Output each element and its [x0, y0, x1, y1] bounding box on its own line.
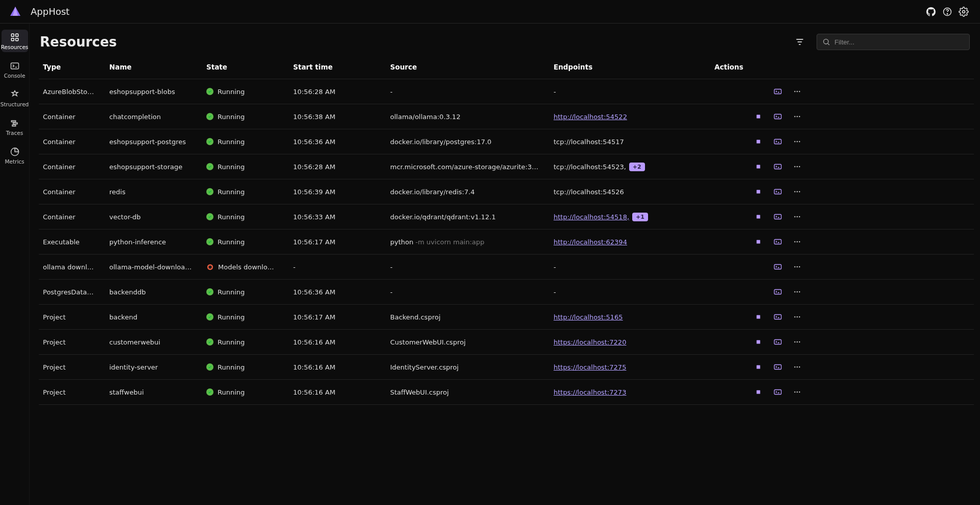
table-row[interactable]: AzureBlobSto…eshopsupport-blobsRunning10…: [39, 79, 974, 104]
endpoint-link[interactable]: http://localhost:54518,: [554, 213, 629, 221]
endpoint-link[interactable]: https://localhost:7275: [554, 363, 626, 371]
cell-state: Running: [202, 283, 289, 301]
cell-start: 10:56:16 AM: [289, 358, 386, 376]
col-state[interactable]: State: [202, 56, 289, 78]
more-button[interactable]: [790, 335, 804, 349]
stop-button[interactable]: [751, 235, 766, 249]
console-button[interactable]: [771, 185, 785, 199]
table-row[interactable]: Containereshopsupport-postgresRunning10:…: [39, 129, 974, 154]
filter-icon[interactable]: [792, 34, 807, 50]
svg-point-2: [963, 10, 965, 13]
svg-rect-3: [11, 34, 14, 36]
cell-source: Backend.csproj: [386, 308, 549, 326]
console-button[interactable]: [771, 109, 785, 124]
more-button[interactable]: [790, 285, 804, 299]
cell-endpoints: -: [549, 283, 710, 301]
col-name[interactable]: Name: [105, 56, 202, 78]
status-ok-icon: [206, 388, 213, 396]
col-start[interactable]: Start time: [289, 56, 386, 78]
stop-button[interactable]: [751, 310, 766, 324]
more-button[interactable]: [790, 84, 804, 99]
table-row[interactable]: Containervector-dbRunning10:56:33 AMdock…: [39, 204, 974, 229]
svg-rect-5: [11, 38, 14, 41]
table-row[interactable]: ContainerredisRunning10:56:39 AMdocker.i…: [39, 179, 974, 204]
endpoint-badge[interactable]: +1: [632, 213, 648, 221]
svg-rect-53: [774, 265, 781, 269]
more-button[interactable]: [790, 385, 804, 399]
cell-actions: [710, 305, 807, 329]
console-button[interactable]: [771, 285, 785, 299]
cell-name: backenddb: [105, 283, 202, 301]
more-button[interactable]: [790, 210, 804, 224]
console-button[interactable]: [771, 210, 785, 224]
stop-button[interactable]: [751, 335, 766, 349]
more-button[interactable]: [790, 260, 804, 274]
svg-point-24: [797, 116, 798, 117]
more-button[interactable]: [790, 185, 804, 199]
table-row[interactable]: ContainerchatcompletionRunning10:56:38 A…: [39, 104, 974, 129]
cell-type: Project: [39, 333, 105, 351]
table-row[interactable]: PostgresData…backenddbRunning10:56:36 AM…: [39, 280, 974, 305]
search-input[interactable]: [834, 38, 964, 46]
stop-button[interactable]: [751, 159, 766, 174]
svg-rect-31: [757, 165, 760, 169]
nav-metrics[interactable]: Metrics: [2, 144, 28, 167]
more-button[interactable]: [790, 310, 804, 324]
console-button[interactable]: [771, 335, 785, 349]
stop-button[interactable]: [751, 185, 766, 199]
console-button[interactable]: [771, 235, 785, 249]
endpoint-link[interactable]: http://localhost:5165: [554, 313, 623, 321]
endpoint-badge[interactable]: +2: [629, 163, 645, 171]
github-icon[interactable]: [923, 4, 939, 20]
console-button[interactable]: [771, 84, 785, 99]
endpoint-link[interactable]: http://localhost:54522: [554, 113, 627, 121]
status-ok-icon: [206, 163, 213, 170]
search-box[interactable]: [817, 34, 970, 50]
svg-point-19: [797, 91, 798, 92]
console-button[interactable]: [771, 310, 785, 324]
console-button[interactable]: [771, 134, 785, 149]
cell-actions: [710, 229, 807, 254]
nav-console[interactable]: Console: [2, 58, 28, 81]
table-row[interactable]: Containereshopsupport-storageRunning10:5…: [39, 154, 974, 179]
stop-button[interactable]: [751, 360, 766, 374]
endpoint-link[interactable]: https://localhost:7273: [554, 388, 626, 396]
settings-icon[interactable]: [955, 4, 972, 20]
status-ok-icon: [206, 288, 213, 295]
table-row[interactable]: ProjectbackendRunning10:56:17 AMBackend.…: [39, 305, 974, 330]
console-button[interactable]: [771, 159, 785, 174]
stop-button[interactable]: [751, 385, 766, 399]
more-button[interactable]: [790, 109, 804, 124]
cell-endpoints: http://localhost:62394: [549, 233, 710, 251]
svg-rect-6: [15, 38, 18, 41]
console-button[interactable]: [771, 260, 785, 274]
table-row[interactable]: ProjectcustomerwebuiRunning10:56:16 AMCu…: [39, 330, 974, 355]
more-button[interactable]: [790, 134, 804, 149]
stop-button[interactable]: [751, 109, 766, 124]
svg-point-69: [797, 341, 798, 342]
cell-actions: [710, 179, 807, 204]
status-ok-icon: [206, 88, 213, 95]
more-button[interactable]: [790, 360, 804, 374]
cell-source: docker.io/library/postgres:17.0: [386, 133, 549, 151]
help-icon[interactable]: [939, 4, 955, 20]
nav-traces[interactable]: Traces: [2, 116, 28, 138]
more-button[interactable]: [790, 159, 804, 174]
nav-resources[interactable]: Resources: [2, 30, 28, 52]
table-row[interactable]: ollama downl…ollama-model-downloa…Models…: [39, 255, 974, 280]
endpoint-link[interactable]: https://localhost:7220: [554, 338, 626, 346]
table-row[interactable]: Executablepython-inferenceRunning10:56:1…: [39, 229, 974, 255]
col-source[interactable]: Source: [386, 56, 549, 78]
console-button[interactable]: [771, 385, 785, 399]
console-button[interactable]: [771, 360, 785, 374]
col-type[interactable]: Type: [39, 56, 105, 78]
col-endpoints[interactable]: Endpoints: [549, 56, 710, 78]
cell-start: 10:56:16 AM: [289, 383, 386, 401]
more-button[interactable]: [790, 235, 804, 249]
nav-structured[interactable]: Structured: [2, 87, 28, 109]
table-row[interactable]: Projectidentity-serverRunning10:56:16 AM…: [39, 355, 974, 380]
endpoint-link[interactable]: http://localhost:62394: [554, 238, 627, 246]
table-row[interactable]: ProjectstaffwebuiRunning10:56:16 AMStaff…: [39, 380, 974, 405]
stop-button[interactable]: [751, 134, 766, 149]
stop-button[interactable]: [751, 210, 766, 224]
